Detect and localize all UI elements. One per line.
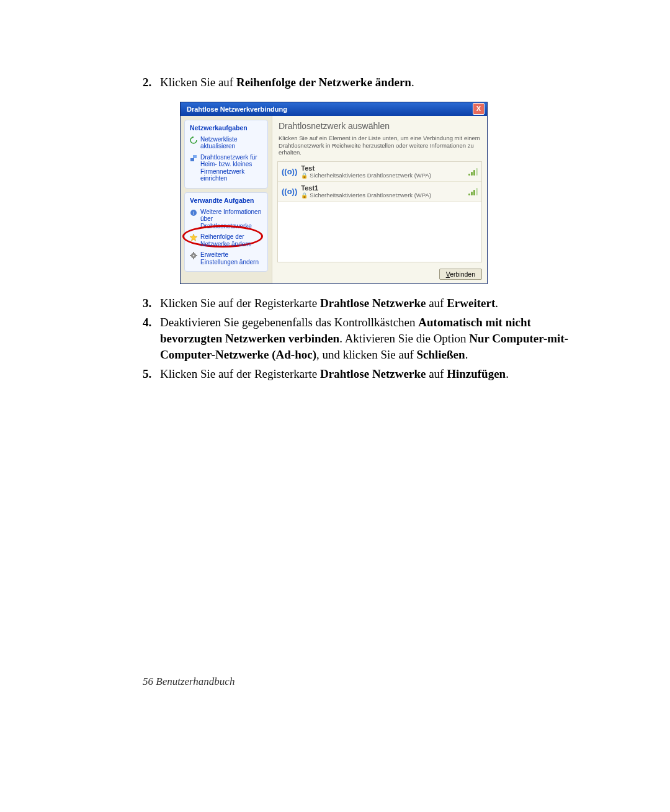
main-pane: Drahtlosnetzwerk auswählen Klicken Sie a… <box>272 116 487 283</box>
document-page: 2. Klicken Sie auf Reihenfolge der Netzw… <box>0 0 670 812</box>
text: . <box>411 76 414 89</box>
text: Deaktivieren Sie gegebenenfalls das Kont… <box>160 316 418 329</box>
tasks-heading: Netzwerkaufgaben <box>190 124 262 132</box>
info-icon: i <box>190 209 197 216</box>
link-text: Weitere Informationen über Drahtlosnetzw… <box>200 208 262 230</box>
lock-icon: 🔒 <box>301 172 308 179</box>
text: auf <box>426 297 447 310</box>
network-info: Test 🔒Sicherheitsaktiviertes Drahtlosnet… <box>301 164 465 179</box>
link-text: Reihenfolge der Netzwerke ändern <box>200 233 262 248</box>
instruction-list-cont: 3. Klicken Sie auf der Registerkarte Dra… <box>143 295 583 382</box>
bold-text: Erweitert <box>447 297 495 310</box>
related-heading: Verwandte Aufgaben <box>190 197 262 204</box>
side-pane: Netzwerkaufgaben Netzwerkliste aktualisi… <box>181 116 272 283</box>
svg-rect-2 <box>193 155 197 158</box>
step-number: 3. <box>143 295 160 311</box>
step-4: 4. Deaktivieren Sie gegebenenfalls das K… <box>143 315 583 362</box>
instruction-list: 2. Klicken Sie auf Reihenfolge der Netzw… <box>143 74 583 91</box>
network-name: Test1 <box>301 184 465 192</box>
step-2: 2. Klicken Sie auf Reihenfolge der Netzw… <box>143 74 583 91</box>
text: . <box>495 297 498 310</box>
gear-icon <box>190 252 197 259</box>
step-text: Klicken Sie auf Reihenfolge der Netzwerk… <box>160 74 414 91</box>
bold-text: Schließen <box>417 348 465 361</box>
wireless-icon: ((o)) <box>282 167 297 176</box>
network-info: Test1 🔒Sicherheitsaktiviertes Drahtlosne… <box>301 184 465 199</box>
network-security: 🔒Sicherheitsaktiviertes Drahtlosnetzwerk… <box>301 192 465 199</box>
lock-icon: 🔒 <box>301 192 308 199</box>
page-footer: 56 Benutzerhandbuch <box>143 676 234 688</box>
network-security: 🔒Sicherheitsaktiviertes Drahtlosnetzwerk… <box>301 172 465 179</box>
step-number: 2. <box>143 74 160 91</box>
bold-text: Drahtlose Netzwerke <box>320 367 426 380</box>
svg-rect-8 <box>193 257 194 259</box>
step-number: 5. <box>143 366 160 382</box>
link-text: Erweiterte Einstellungen ändern <box>200 251 262 265</box>
task-setup-network[interactable]: Drahtlosnetzwerk für Heim- bzw. kleines … <box>190 152 262 184</box>
task-more-info[interactable]: i Weitere Informationen über Drahtlosnet… <box>190 207 262 232</box>
related-tasks-box: Verwandte Aufgaben i Weitere Information… <box>184 192 268 272</box>
titlebar: Drahtlose Netzwerkverbindung X <box>181 102 487 116</box>
signal-bars-icon <box>468 188 478 195</box>
text: Klicken Sie auf <box>160 76 236 89</box>
text: auf <box>426 367 447 380</box>
network-name: Test <box>301 164 465 172</box>
svg-rect-7 <box>193 252 194 254</box>
svg-point-6 <box>193 255 195 257</box>
task-change-order[interactable]: Reihenfolge der Netzwerke ändern <box>190 231 262 249</box>
network-item[interactable]: ((o)) Test1 🔒Sicherheitsaktiviertes Drah… <box>278 182 481 202</box>
bold-text: Hinzufügen <box>447 367 506 380</box>
dialog-body: Netzwerkaufgaben Netzwerkliste aktualisi… <box>181 116 487 283</box>
security-text: Sicherheitsaktiviertes Drahtlosnetzwerk … <box>310 192 431 199</box>
security-text: Sicherheitsaktiviertes Drahtlosnetzwerk … <box>310 172 431 179</box>
link-text: Drahtlosnetzwerk für Heim- bzw. kleines … <box>200 154 262 182</box>
close-icon: X <box>476 105 481 112</box>
svg-text:i: i <box>193 210 194 216</box>
dialog-title: Drahtlose Netzwerkverbindung <box>187 105 287 113</box>
text: . Aktivieren Sie die Option <box>339 332 469 345</box>
network-item[interactable]: ((o)) Test 🔒Sicherheitsaktiviertes Draht… <box>278 162 481 182</box>
task-refresh-list[interactable]: Netzwerkliste aktualisieren <box>190 134 262 152</box>
text: Klicken Sie auf der Registerkarte <box>160 367 320 380</box>
step-text: Klicken Sie auf der Registerkarte Drahtl… <box>160 366 509 382</box>
embedded-dialog: Drahtlose Netzwerkverbindung X Netzwerka… <box>180 102 488 284</box>
star-icon <box>190 234 197 241</box>
main-header: Drahtlosnetzwerk auswählen Klicken Sie a… <box>272 116 487 159</box>
svg-rect-9 <box>190 255 192 256</box>
signal-bars-icon <box>468 168 478 176</box>
step-text: Deaktivieren Sie gegebenenfalls das Kont… <box>160 315 583 362</box>
dialog-footer: Verbinden <box>272 265 487 283</box>
step-3: 3. Klicken Sie auf der Registerkarte Dra… <box>143 295 583 311</box>
text: Klicken Sie auf der Registerkarte <box>160 297 320 310</box>
svg-rect-1 <box>190 158 194 161</box>
wireless-icon: ((o)) <box>282 187 297 196</box>
network-setup-icon <box>190 154 197 162</box>
refresh-icon <box>190 136 197 144</box>
link-text: Netzwerkliste aktualisieren <box>200 136 262 150</box>
svg-rect-10 <box>195 255 197 256</box>
task-advanced-settings[interactable]: Erweiterte Einstellungen ändern <box>190 249 262 267</box>
main-title: Drahtlosnetzwerk auswählen <box>279 121 481 131</box>
button-label-rest: erbinden <box>450 270 475 278</box>
step-number: 4. <box>143 315 160 362</box>
text: . <box>506 367 509 380</box>
connect-button[interactable]: Verbinden <box>439 269 482 280</box>
close-button[interactable]: X <box>473 103 485 115</box>
network-tasks-box: Netzwerkaufgaben Netzwerkliste aktualisi… <box>184 120 268 189</box>
step-text: Klicken Sie auf der Registerkarte Drahtl… <box>160 295 498 311</box>
bold-text: Reihenfolge der Netzwerke ändern <box>236 76 411 89</box>
text: . <box>465 348 468 361</box>
bold-text: Drahtlose Netzwerke <box>320 297 426 310</box>
main-subtitle: Klicken Sie auf ein Element in der Liste… <box>279 135 481 157</box>
network-list: ((o)) Test 🔒Sicherheitsaktiviertes Draht… <box>277 161 482 262</box>
step-5: 5. Klicken Sie auf der Registerkarte Dra… <box>143 366 583 382</box>
text: , und klicken Sie auf <box>316 348 416 361</box>
